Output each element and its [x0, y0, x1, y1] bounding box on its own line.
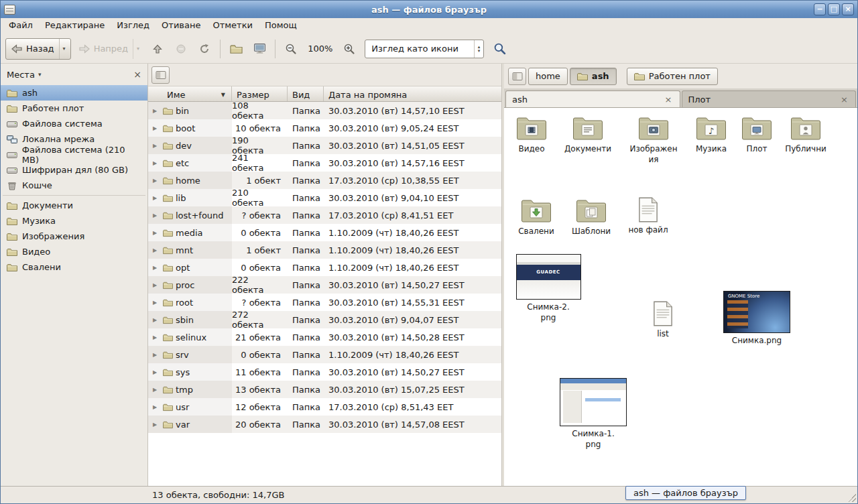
sidebar-item[interactable]: Видео: [1, 244, 147, 259]
table-row[interactable]: ▶sbin272 обектаПапка30.03.2010 (вт) 9,04…: [148, 311, 501, 328]
expander-icon[interactable]: ▶: [153, 247, 160, 253]
table-row[interactable]: ▶lib210 обектаПапка30.03.2010 (вт) 9,04,…: [148, 189, 501, 206]
table-row[interactable]: ▶tmp13 обектаПапка30.03.2010 (вт) 15,07,…: [148, 381, 501, 398]
expander-icon[interactable]: ▶: [153, 108, 160, 114]
titlebar[interactable]: ash — файлов браузър − □ ×: [1, 1, 857, 18]
stop-button[interactable]: [170, 38, 192, 60]
column-header[interactable]: Дата на промяна: [324, 86, 501, 101]
table-row[interactable]: ▶lost+found? обектаПапка17.03.2010 (ср) …: [148, 206, 501, 224]
computer-button[interactable]: [249, 38, 270, 60]
back-history-chevron-icon[interactable]: ▾: [59, 39, 66, 59]
expander-icon[interactable]: ▶: [153, 317, 160, 323]
pathbar-root-button[interactable]: [508, 68, 526, 85]
sidebar-item[interactable]: Файлова система (210 MB): [1, 147, 147, 162]
sidebar-item[interactable]: Документи: [1, 198, 147, 213]
table-row[interactable]: ▶opt0 обектаПапка1.10.2009 (чт) 18,40,26…: [148, 259, 501, 276]
expander-icon[interactable]: ▶: [153, 352, 160, 358]
icon-view-item[interactable]: GNOME StoreСнимка.png: [726, 291, 788, 346]
table-row[interactable]: ▶srv0 обектаПапка1.10.2009 (чт) 18,40,26…: [148, 346, 501, 363]
icon-view-item[interactable]: Свалени: [505, 197, 567, 237]
sidebar-item[interactable]: Изображения: [1, 229, 147, 244]
table-row[interactable]: ▶usr12 обектаПапка17.03.2010 (ср) 8,51,4…: [148, 398, 501, 416]
expander-icon[interactable]: ▶: [153, 265, 160, 271]
icon-view-item[interactable]: нов файл: [617, 197, 679, 236]
spinner-arrows-icon[interactable]: ▴ ▾: [474, 40, 481, 58]
up-button[interactable]: [147, 38, 168, 60]
minimize-button[interactable]: −: [814, 3, 826, 15]
menu-item[interactable]: Файл: [3, 18, 39, 34]
sidebar-header[interactable]: Места ▾ ×: [1, 64, 147, 85]
expander-icon[interactable]: ▶: [153, 422, 160, 428]
table-row[interactable]: ▶home1 обектПапка17.03.2010 (ср) 10,38,5…: [148, 172, 501, 189]
tab-close-icon[interactable]: ×: [839, 94, 849, 105]
icon-view-item[interactable]: Изображен ия: [623, 115, 684, 165]
expander-icon[interactable]: ▶: [153, 212, 160, 218]
icon-view-item[interactable]: Снимка-1. png: [562, 378, 624, 450]
table-row[interactable]: ▶var20 обектаПапка30.03.2010 (вт) 14,57,…: [148, 416, 501, 433]
tab-close-icon[interactable]: ×: [664, 94, 674, 105]
icon-view-item[interactable]: Видео: [504, 115, 562, 155]
column-header[interactable]: Име▼: [148, 86, 232, 101]
menu-item[interactable]: Редактиране: [39, 18, 111, 34]
sidebar-item[interactable]: ash: [1, 85, 147, 101]
breadcrumb-button[interactable]: Работен плот: [627, 68, 718, 85]
icon-view-item[interactable]: list: [632, 301, 694, 340]
pane-location-button[interactable]: [151, 66, 170, 84]
icon-view-item[interactable]: Документи: [557, 115, 619, 155]
menu-item[interactable]: Помощ: [259, 18, 303, 34]
column-header[interactable]: Размер: [232, 86, 288, 101]
expander-icon[interactable]: ▶: [153, 369, 160, 375]
breadcrumb-button[interactable]: home: [528, 68, 568, 85]
home-button[interactable]: [225, 38, 247, 60]
table-row[interactable]: ▶bin108 обектаПапка30.03.2010 (вт) 14,57…: [148, 102, 501, 119]
table-row[interactable]: ▶dev190 обектаПапка30.03.2010 (вт) 14,51…: [148, 137, 501, 154]
expander-icon[interactable]: ▶: [153, 282, 160, 288]
zoom-out-button[interactable]: [280, 38, 302, 60]
expander-icon[interactable]: ▶: [153, 300, 160, 306]
table-row[interactable]: ▶proc222 обектаПапка30.03.2010 (вт) 14,5…: [148, 276, 501, 294]
sidebar-item[interactable]: Файлова система: [1, 116, 147, 131]
table-row[interactable]: ▶sys11 обектаПапка30.03.2010 (вт) 14,50,…: [148, 363, 501, 381]
expander-icon[interactable]: ▶: [153, 195, 160, 201]
reload-button[interactable]: [194, 38, 215, 60]
table-row[interactable]: ▶boot10 обектаПапка30.03.2010 (вт) 9,05,…: [148, 119, 501, 137]
expander-icon[interactable]: ▶: [153, 178, 160, 184]
expander-icon[interactable]: ▶: [153, 387, 160, 393]
expander-icon[interactable]: ▶: [153, 404, 160, 410]
table-row[interactable]: ▶media0 обектаПапка1.10.2009 (чт) 18,40,…: [148, 224, 501, 241]
expander-icon[interactable]: ▶: [153, 160, 160, 166]
tab[interactable]: Плот×: [682, 90, 857, 107]
expander-icon[interactable]: ▶: [153, 334, 160, 340]
sidebar-close-icon[interactable]: ×: [133, 69, 141, 80]
expander-icon[interactable]: ▶: [153, 230, 160, 236]
sidebar-item[interactable]: Свалени: [1, 259, 147, 275]
forward-button[interactable]: Напред ▾: [73, 38, 145, 60]
table-row[interactable]: ▶selinux21 обектаПапка30.03.2010 (вт) 14…: [148, 328, 501, 346]
table-row[interactable]: ▶root? обектаПапка30.03.2010 (вт) 14,55,…: [148, 294, 501, 311]
forward-history-chevron-icon[interactable]: ▾: [133, 39, 139, 59]
maximize-button[interactable]: □: [828, 3, 840, 15]
table-row[interactable]: ▶etc241 обектаПапка30.03.2010 (вт) 14,57…: [148, 154, 501, 172]
sidebar-item[interactable]: Работен плот: [1, 101, 147, 116]
icon-view-item[interactable]: Публични: [775, 115, 837, 155]
window-list-hint[interactable]: ash — файлов браузър: [625, 486, 746, 500]
icon-view-item[interactable]: Шаблони: [560, 197, 622, 237]
table-row[interactable]: ▶mnt1 обектПапка1.10.2009 (чт) 18,40,26 …: [148, 241, 501, 259]
column-header[interactable]: Вид: [288, 86, 324, 101]
sidebar-item[interactable]: Музика: [1, 213, 147, 229]
view-mode-select[interactable]: Изглед като икони ▴ ▾: [365, 40, 484, 58]
search-button[interactable]: [489, 38, 510, 60]
back-button[interactable]: Назад ▾: [5, 38, 71, 60]
expander-icon[interactable]: ▶: [153, 125, 160, 131]
sidebar-item[interactable]: Шифриран дял (80 GB): [1, 162, 147, 178]
menu-item[interactable]: Отиване: [156, 18, 206, 34]
menu-item[interactable]: Отметки: [206, 18, 258, 34]
sidebar-item[interactable]: Кошче: [1, 178, 147, 193]
resize-grip[interactable]: [848, 494, 856, 502]
breadcrumb-button[interactable]: ash: [570, 68, 617, 85]
menu-item[interactable]: Изглед: [111, 18, 156, 34]
close-button[interactable]: ×: [842, 3, 854, 15]
tab[interactable]: ash×: [505, 90, 680, 107]
zoom-in-button[interactable]: [339, 38, 360, 60]
expander-icon[interactable]: ▶: [153, 143, 160, 149]
